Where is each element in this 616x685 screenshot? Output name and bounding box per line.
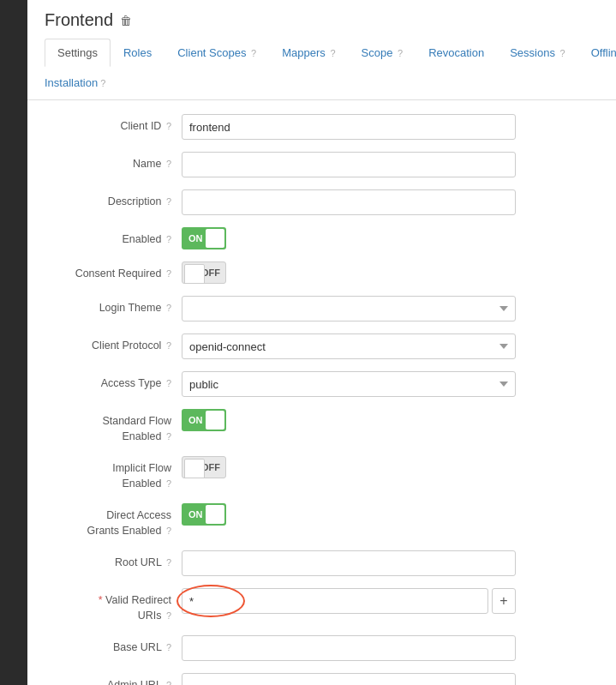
help-icon: ? [166,303,171,313]
consent-required-toggle[interactable]: OFF [182,261,226,284]
description-label: Description ? [45,189,182,210]
description-group: Description ? [45,189,599,215]
tab-bar: Settings Roles Client Scopes ? Mappers ?… [45,39,599,66]
valid-redirect-uris-group: * Valid Redirect URIs ? + [45,588,599,623]
tab-help-icon: ? [330,48,335,58]
consent-required-label: Consent Required ? [45,261,182,282]
help-icon: ? [166,234,171,244]
client-protocol-select[interactable]: openid-connect saml [182,333,516,359]
page-header: Frontend 🗑 Settings Roles Client Scopes … [27,0,616,100]
main-content: Frontend 🗑 Settings Roles Client Scopes … [27,0,616,685]
base-url-input[interactable] [182,635,516,661]
help-icon: ? [166,557,171,568]
enabled-group: Enabled ? ON [45,227,599,249]
help-icon: ? [166,610,171,621]
root-url-group: Root URL ? [45,550,599,576]
help-icon: ? [166,121,171,131]
help-icon: ? [166,268,171,279]
login-theme-group: Login Theme ? keycloak rh-sso [45,296,599,321]
page-title: Frontend [45,10,113,30]
base-url-group: Base URL ? [45,635,599,661]
client-protocol-group: Client Protocol ? openid-connect saml [45,333,599,359]
client-id-input[interactable] [182,114,516,140]
name-label: Name ? [45,152,182,172]
delete-icon[interactable]: 🗑 [120,14,132,27]
help-icon: ? [166,478,171,489]
implicit-flow-group: Implicit Flow Enabled ? OFF [45,456,599,491]
access-type-group: Access Type ? public confidential bearer… [45,371,599,397]
help-icon: ? [166,378,171,388]
implicit-flow-label: Implicit Flow Enabled ? [45,456,182,491]
login-theme-label: Login Theme ? [45,296,182,316]
admin-url-input[interactable] [182,673,516,685]
tab-revocation[interactable]: Revocation [416,39,497,67]
valid-redirect-uris-label: * Valid Redirect URIs ? [45,588,182,623]
sidebar [0,0,27,685]
root-url-label: Root URL ? [45,550,182,571]
tab-offline[interactable]: Offline A [578,39,616,67]
enabled-toggle[interactable]: ON [182,227,226,249]
description-input[interactable] [182,189,516,215]
name-input[interactable] [182,152,516,177]
tab-sessions[interactable]: Sessions ? [497,39,578,67]
help-icon: ? [166,680,171,685]
help-icon: ? [166,159,171,169]
tab-client-scopes[interactable]: Client Scopes ? [164,39,269,67]
standard-flow-group: Standard Flow Enabled ? ON [45,409,599,444]
implicit-flow-toggle[interactable]: OFF [182,456,226,478]
client-id-group: Client ID ? [45,114,599,140]
admin-url-group: Admin URL ? [45,673,599,685]
direct-access-label: Direct Access Grants Enabled ? [45,503,182,538]
enabled-label: Enabled ? [45,227,182,248]
help-icon: ? [166,431,171,442]
help-icon: ? [166,340,171,351]
direct-access-group: Direct Access Grants Enabled ? ON [45,503,599,538]
access-type-label: Access Type ? [45,371,182,392]
standard-flow-label: Standard Flow Enabled ? [45,409,182,444]
form-area: Client ID ? Name ? Description ? Enabl [27,100,616,685]
access-type-select[interactable]: public confidential bearer-only [182,371,516,397]
client-id-label: Client ID ? [45,114,182,135]
root-url-input[interactable] [182,550,516,576]
consent-required-group: Consent Required ? OFF [45,261,599,284]
help-icon: ? [166,642,171,652]
client-protocol-label: Client Protocol ? [45,333,182,354]
tab-roles[interactable]: Roles [111,39,164,67]
title-row: Frontend 🗑 [45,10,599,30]
sub-tab-installation[interactable]: Installation ? [45,71,105,94]
standard-flow-toggle[interactable]: ON [182,409,226,431]
name-group: Name ? [45,152,599,177]
direct-access-toggle[interactable]: ON [182,503,226,526]
base-url-label: Base URL ? [45,635,182,656]
tab-mappers[interactable]: Mappers ? [269,39,348,67]
tab-scope[interactable]: Scope ? [349,39,416,67]
admin-url-label: Admin URL ? [45,673,182,685]
login-theme-select[interactable]: keycloak rh-sso [182,296,516,321]
tab-settings[interactable]: Settings [45,39,111,67]
tab-help-icon: ? [560,48,565,58]
valid-redirect-uris-container: + [182,588,516,614]
tab-help-icon: ? [251,48,256,58]
help-icon: ? [100,78,105,88]
tab-help-icon: ? [398,48,403,58]
help-icon: ? [166,196,171,207]
valid-redirect-uris-add-button[interactable]: + [492,588,516,614]
valid-redirect-uris-input[interactable] [182,588,488,614]
help-icon: ? [166,526,171,536]
